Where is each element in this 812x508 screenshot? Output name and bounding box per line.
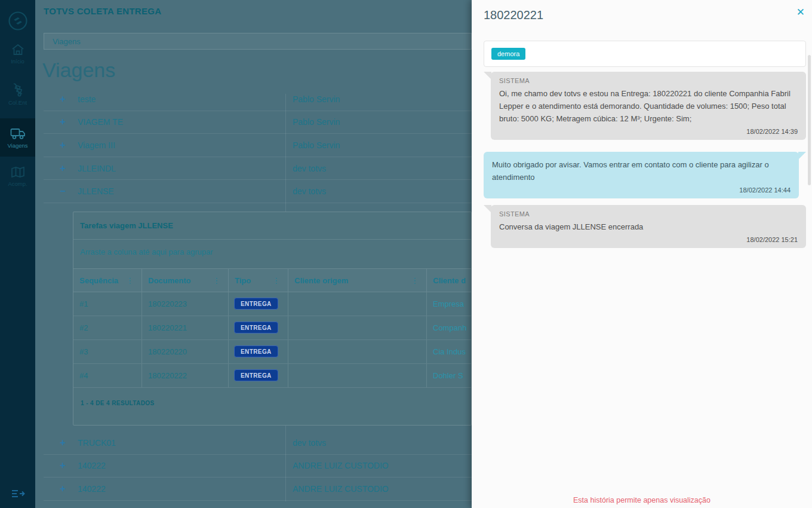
collapse-icon[interactable]: − bbox=[58, 186, 67, 197]
breadcrumb: Viagens bbox=[44, 33, 472, 50]
home-icon bbox=[11, 44, 24, 56]
trip-name: VIAGEM TE bbox=[78, 117, 123, 127]
task-doc: 180220222 bbox=[148, 371, 187, 380]
task-row-3[interactable]: #3 180220220 ENTREGA Cia Indus bbox=[73, 340, 471, 364]
divider bbox=[73, 239, 471, 240]
task-seq: #3 bbox=[79, 347, 88, 356]
task-row-4[interactable]: #4 180220222 ENTREGA Dohler S bbox=[73, 364, 471, 388]
task-seq: #2 bbox=[79, 323, 88, 332]
entrega-badge: ENTREGA bbox=[234, 369, 278, 381]
column-header-documento[interactable]: Documento ⋮ bbox=[142, 269, 228, 292]
message-list: SISTEMA Oi, me chamo dev totvs e estou n… bbox=[484, 72, 806, 248]
trips-table: + teste Pablo Servin + VIAGEM TE Pablo S… bbox=[44, 94, 472, 508]
trip-name: JLLENSE bbox=[78, 186, 114, 196]
trip-row-140222-b[interactable]: + 140222 ANDRE LUIZ CUSTODIO bbox=[44, 478, 472, 501]
column-menu-icon[interactable]: ⋮ bbox=[126, 276, 134, 284]
trip-name: 140222 bbox=[78, 461, 106, 470]
expand-icon[interactable]: + bbox=[58, 483, 67, 494]
chat-message-user: Muito obrigado por avisar. Vamos entrar … bbox=[484, 152, 799, 198]
trip-row-teste[interactable]: + teste Pablo Servin bbox=[44, 94, 472, 111]
sidebar-item-colent[interactable]: Col.Ent bbox=[0, 76, 35, 111]
tasks-card: Tarefas viagem JLLENSE Arraste a coluna … bbox=[73, 212, 472, 426]
breadcrumb-item-viagens[interactable]: Viagens bbox=[53, 37, 81, 46]
expand-icon[interactable]: + bbox=[58, 94, 67, 105]
task-doc: 180220221 bbox=[148, 323, 187, 332]
totvs-logo-icon[interactable] bbox=[0, 7, 35, 35]
view-only-note: Esta história permite apenas visualizaçã… bbox=[472, 496, 812, 504]
trip-name: JLLEINDL bbox=[78, 164, 116, 173]
task-doc: 180220223 bbox=[148, 299, 187, 308]
expand-icon[interactable]: + bbox=[58, 460, 67, 471]
task-doc: 180220220 bbox=[148, 347, 187, 356]
trip-responsible: Pablo Servin bbox=[293, 117, 340, 127]
task-destino: Companh bbox=[433, 323, 466, 332]
map-icon bbox=[11, 166, 25, 178]
group-drop-hint: Arraste a coluna até aqui para agrupar bbox=[80, 247, 213, 256]
truck-icon bbox=[10, 127, 26, 140]
trip-name: Viagem III bbox=[78, 140, 115, 150]
trip-row-jlleindl[interactable]: + JLLEINDL dev totvs bbox=[44, 157, 472, 180]
trip-responsible: ANDRE LUIZ CUSTODIO bbox=[293, 461, 389, 470]
close-icon[interactable]: ✕ bbox=[796, 7, 805, 17]
message-sender: SISTEMA bbox=[499, 77, 798, 84]
panel-title: 180220221 bbox=[484, 8, 543, 22]
sidebar-item-inicio[interactable]: Início bbox=[0, 38, 35, 69]
entrega-badge: ENTREGA bbox=[234, 322, 278, 333]
tags-card: demora bbox=[484, 41, 806, 67]
page-title: Viagens bbox=[42, 59, 115, 82]
column-menu-icon[interactable]: ⋮ bbox=[272, 276, 280, 284]
message-sender: SISTEMA bbox=[499, 210, 798, 218]
tag-demora: demora bbox=[491, 48, 525, 60]
expand-icon[interactable]: + bbox=[58, 437, 67, 448]
trip-responsible: dev totvs bbox=[293, 438, 326, 448]
trip-name: teste bbox=[78, 94, 96, 104]
sidebar: Início Col.Ent Viagens bbox=[0, 0, 35, 508]
tasks-card-title: Tarefas viagem JLLENSE bbox=[80, 221, 173, 230]
trip-row-truck01[interactable]: + TRUCK01 dev totvs bbox=[44, 432, 472, 455]
chat-message-system: SISTEMA Conversa da viagem JLLENSE encer… bbox=[491, 205, 806, 248]
column-header-cliente-origem[interactable]: Cliente origem ⋮ bbox=[288, 269, 426, 292]
column-header-cliente-destino[interactable]: Cliente d bbox=[426, 269, 472, 292]
task-row-1[interactable]: #1 180220223 ENTREGA Empresa bbox=[73, 292, 471, 316]
column-header-sequencia[interactable]: Sequência ⋮ bbox=[73, 269, 142, 292]
trip-row-jllense[interactable]: − JLLENSE dev totvs bbox=[44, 180, 472, 203]
sidebar-item-label: Início bbox=[11, 58, 24, 65]
trip-responsible: Pablo Servin bbox=[293, 140, 340, 150]
expand-icon[interactable]: + bbox=[58, 163, 67, 174]
column-header-tipo[interactable]: Tipo ⋮ bbox=[228, 269, 288, 292]
trip-row-140222-a[interactable]: + 140222 ANDRE LUIZ CUSTODIO bbox=[44, 455, 472, 478]
task-seq: #4 bbox=[79, 371, 88, 380]
sidebar-item-label: Acomp. bbox=[8, 180, 27, 187]
message-text: Conversa da viagem JLLENSE encerrada bbox=[499, 221, 798, 233]
results-count: 1 - 4 DE 4 RESULTADOS bbox=[81, 400, 155, 406]
trip-name: 140222 bbox=[78, 484, 106, 494]
chat-history-panel: 180220221 ✕ demora SISTEMA Oi, me chamo … bbox=[472, 0, 812, 508]
trip-row-viagem-iii[interactable]: + Viagem III Pablo Servin bbox=[44, 134, 472, 157]
trip-responsible: Pablo Servin bbox=[293, 94, 340, 104]
trip-responsible: dev totvs bbox=[293, 186, 326, 196]
scrollbar-thumb[interactable] bbox=[808, 55, 811, 185]
task-destino: Empresa bbox=[433, 299, 464, 308]
app-title: TOTVS COLETA ENTREGA bbox=[44, 6, 161, 16]
trip-name: TRUCK01 bbox=[78, 438, 116, 448]
main-content: TOTVS COLETA ENTREGA Viagens Viagens + t… bbox=[35, 0, 472, 508]
trip-row-viagem-te[interactable]: + VIAGEM TE Pablo Servin bbox=[44, 111, 472, 134]
sidebar-item-viagens[interactable]: Viagens bbox=[0, 118, 35, 157]
task-destino: Cia Indus bbox=[433, 347, 466, 356]
task-seq: #1 bbox=[79, 299, 88, 308]
column-menu-icon[interactable]: ⋮ bbox=[411, 276, 419, 284]
entrega-badge: ENTREGA bbox=[234, 345, 278, 357]
trip-responsible: dev totvs bbox=[293, 164, 326, 173]
chat-message-system: SISTEMA Oi, me chamo dev totvs e estou n… bbox=[491, 72, 806, 140]
logout-icon[interactable] bbox=[0, 483, 35, 504]
message-text: Oi, me chamo dev totvs e estou na Entreg… bbox=[499, 87, 798, 125]
task-row-2[interactable]: #2 180220221 ENTREGA Companh bbox=[73, 316, 471, 340]
trip-responsible: ANDRE LUIZ CUSTODIO bbox=[293, 484, 389, 494]
expand-icon[interactable]: + bbox=[58, 117, 67, 127]
sidebar-item-acomp[interactable]: Acomp. bbox=[0, 159, 35, 194]
handtruck-icon bbox=[11, 82, 24, 97]
column-menu-icon[interactable]: ⋮ bbox=[213, 276, 220, 284]
expand-icon[interactable]: + bbox=[58, 140, 67, 151]
message-timestamp: 18/02/2022 14:39 bbox=[499, 128, 798, 135]
message-timestamp: 18/02/2022 14:44 bbox=[492, 186, 791, 194]
